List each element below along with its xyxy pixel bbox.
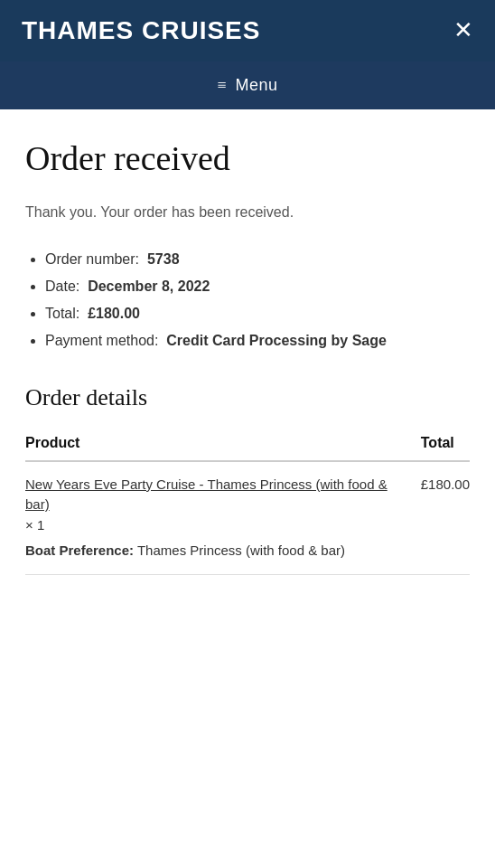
product-name-link[interactable]: New Years Eve Party Cruise - Thames Prin… bbox=[25, 475, 403, 515]
product-quantity: × 1 bbox=[25, 517, 44, 533]
order-details-table: Product Total New Years Eve Party Cruise… bbox=[25, 428, 470, 575]
thank-you-message: Thank you. Your order has been received. bbox=[25, 202, 470, 223]
order-date-value: December 8, 2022 bbox=[88, 278, 210, 294]
hamburger-icon: ≡ bbox=[217, 76, 226, 95]
order-details-section: Order details Product Total New Years Ev… bbox=[25, 384, 470, 575]
close-icon[interactable]: ✕ bbox=[453, 19, 473, 42]
payment-method-label: Payment method: bbox=[45, 333, 158, 348]
main-content: Order received Thank you. Your order has… bbox=[0, 109, 495, 611]
order-details-title: Order details bbox=[25, 384, 470, 411]
product-meta: Boat Preference: Thames Princess (with f… bbox=[25, 541, 403, 561]
table-row: New Years Eve Party Cruise - Thames Prin… bbox=[25, 461, 470, 575]
col-header-total: Total bbox=[403, 428, 470, 461]
product-cell: New Years Eve Party Cruise - Thames Prin… bbox=[25, 461, 403, 575]
menu-label: Menu bbox=[236, 76, 278, 95]
col-header-product: Product bbox=[25, 428, 403, 461]
payment-method-item: Payment method: Credit Card Processing b… bbox=[45, 330, 470, 352]
payment-method-value: Credit Card Processing by Sage bbox=[166, 333, 387, 348]
boat-preference-value: Thames Princess (with food & bar) bbox=[137, 542, 345, 558]
site-title: THAMES CRUISES bbox=[22, 16, 260, 45]
order-total-label: Total: bbox=[45, 306, 79, 321]
order-number-value: 5738 bbox=[147, 251, 180, 267]
order-number-label: Order number: bbox=[45, 251, 139, 267]
product-total-value: £180.00 bbox=[421, 476, 470, 492]
product-total-cell: £180.00 bbox=[403, 461, 470, 575]
order-date-label: Date: bbox=[45, 278, 79, 294]
boat-preference-label: Boat Preference: bbox=[25, 542, 134, 558]
order-date-item: Date: December 8, 2022 bbox=[45, 276, 470, 297]
order-total-item: Total: £180.00 bbox=[45, 303, 470, 325]
order-number-item: Order number: 5738 bbox=[45, 249, 470, 270]
order-total-value: £180.00 bbox=[88, 306, 140, 321]
site-header: THAMES CRUISES ✕ bbox=[0, 0, 495, 61]
table-header-row: Product Total bbox=[25, 428, 470, 461]
order-summary-list: Order number: 5738 Date: December 8, 202… bbox=[25, 249, 470, 352]
page-title: Order received bbox=[25, 138, 470, 180]
site-nav[interactable]: ≡ Menu bbox=[0, 61, 495, 109]
